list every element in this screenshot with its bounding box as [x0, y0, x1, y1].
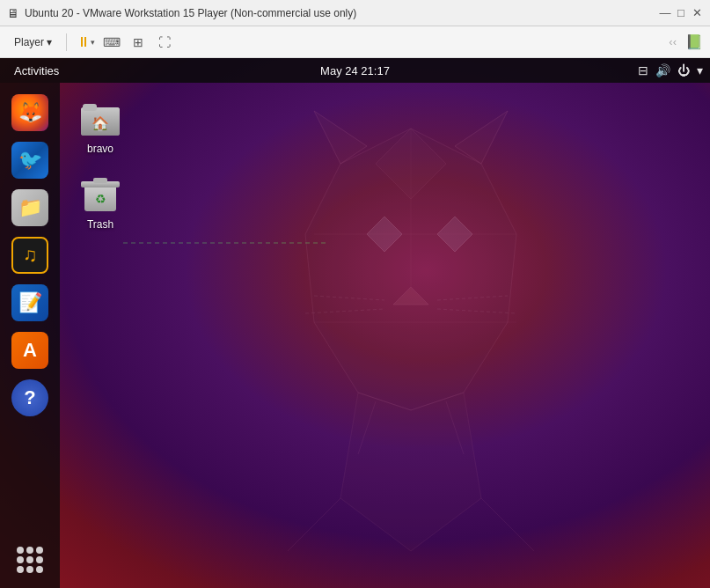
- maximize-button[interactable]: □: [675, 7, 687, 19]
- system-menu-dropdown-icon[interactable]: ▾: [697, 63, 703, 77]
- activities-label: Activities: [14, 64, 59, 77]
- network-icon[interactable]: ⊟: [638, 63, 648, 77]
- pause-dropdown-icon: ▾: [91, 38, 95, 47]
- close-button[interactable]: ✕: [691, 7, 703, 19]
- help-icon: ?: [11, 379, 48, 416]
- unity-icon: ⊞: [133, 35, 143, 49]
- files-icon: 📁: [11, 189, 48, 226]
- grid-dot: [26, 547, 33, 554]
- thunderbird-icon: 🐦: [11, 142, 48, 179]
- home-folder-image: 🏠: [79, 97, 121, 139]
- trash-label: Trash: [87, 218, 113, 231]
- grid-dot: [26, 566, 33, 573]
- svg-rect-21: [83, 104, 97, 111]
- player-menu-button[interactable]: Player ▾: [7, 33, 59, 51]
- vmware-titlebar: 🖥 Ubuntu 20 - VMware Workstation 15 Play…: [0, 0, 710, 26]
- firefox-icon: 🦊: [11, 94, 48, 131]
- title-left: 🖥 Ubuntu 20 - VMware Workstation 15 Play…: [7, 6, 356, 20]
- activities-button[interactable]: Activities: [0, 58, 73, 83]
- pause-button[interactable]: ⏸ ▾: [74, 31, 97, 54]
- minimize-button[interactable]: —: [659, 7, 671, 19]
- trash-image: ♻: [79, 173, 121, 215]
- time-label: 21:17: [361, 64, 390, 77]
- desktop-icons-area: 🏠 bravo: [60, 83, 710, 588]
- window-controls: — □ ✕: [659, 7, 703, 19]
- gnome-topbar: Activities May 24 21:17 ⊟ 🔊 ⏻ ▾: [0, 58, 710, 83]
- svg-text:♻: ♻: [95, 192, 106, 206]
- date-label: May 24: [320, 64, 358, 77]
- appcenter-icon: A: [11, 332, 48, 369]
- dock-item-firefox[interactable]: 🦊: [9, 92, 51, 134]
- grid-dot: [36, 566, 43, 573]
- svg-text:🏠: 🏠: [91, 115, 109, 132]
- fullscreen-icon: ⛶: [158, 35, 171, 49]
- vm-content: Activities May 24 21:17 ⊟ 🔊 ⏻ ▾ 🦊 🐦: [0, 58, 710, 588]
- svg-rect-25: [93, 178, 107, 183]
- bravo-label: bravo: [87, 143, 113, 155]
- dock-item-help[interactable]: ?: [9, 377, 51, 419]
- player-dropdown-icon: ▾: [47, 36, 52, 48]
- grid-dot: [17, 547, 24, 554]
- unity-mode-button[interactable]: ⊞: [127, 31, 150, 54]
- desktop-icon-bravo[interactable]: 🏠 bravo: [69, 92, 132, 160]
- desktop[interactable]: Activities May 24 21:17 ⊟ 🔊 ⏻ ▾ 🦊 🐦: [0, 58, 710, 588]
- dock-item-thunderbird[interactable]: 🐦: [9, 139, 51, 181]
- show-applications-button[interactable]: [9, 539, 51, 581]
- grid-dot: [17, 556, 24, 563]
- library-button[interactable]: 📗: [685, 33, 703, 50]
- player-label: Player: [14, 36, 44, 48]
- clock[interactable]: May 24 21:17: [320, 64, 390, 77]
- desktop-icon-trash[interactable]: ♻ Trash: [69, 167, 132, 236]
- dock: 🦊 🐦 📁 ♫ 📝 A ?: [0, 83, 60, 588]
- trash-svg: ♻: [79, 174, 121, 213]
- grid-dot: [36, 556, 43, 563]
- keyboard-icon: ⌨: [103, 35, 121, 49]
- grid-dots-icon: [17, 547, 43, 573]
- grid-dot: [36, 547, 43, 554]
- dock-item-writer[interactable]: 📝: [9, 282, 51, 324]
- volume-icon[interactable]: 🔊: [655, 63, 670, 77]
- home-folder-svg: 🏠: [79, 99, 121, 137]
- system-tray: ⊟ 🔊 ⏻ ▾: [638, 63, 710, 77]
- power-icon[interactable]: ⏻: [677, 63, 690, 77]
- pause-icon: ⏸: [77, 34, 91, 50]
- grid-dot: [17, 566, 24, 573]
- window-title: Ubuntu 20 - VMware Workstation 15 Player…: [25, 7, 356, 19]
- toolbar-divider-1: [66, 33, 67, 51]
- dock-item-appcenter[interactable]: A: [9, 329, 51, 371]
- toolbar-right: ‹‹ 📗: [663, 33, 703, 51]
- back-button[interactable]: ‹‹: [663, 33, 682, 51]
- dock-item-files[interactable]: 📁: [9, 187, 51, 229]
- send-ctrl-alt-del-button[interactable]: ⌨: [100, 31, 123, 54]
- dock-item-rhythmbox[interactable]: ♫: [9, 234, 51, 276]
- vmware-toolbar: Player ▾ ⏸ ▾ ⌨ ⊞ ⛶ ‹‹ 📗: [0, 26, 710, 58]
- grid-dot: [26, 556, 33, 563]
- fullscreen-button[interactable]: ⛶: [153, 31, 176, 54]
- rhythmbox-icon: ♫: [11, 237, 48, 274]
- writer-icon: 📝: [11, 284, 48, 321]
- vmware-logo-icon: 🖥: [7, 6, 19, 20]
